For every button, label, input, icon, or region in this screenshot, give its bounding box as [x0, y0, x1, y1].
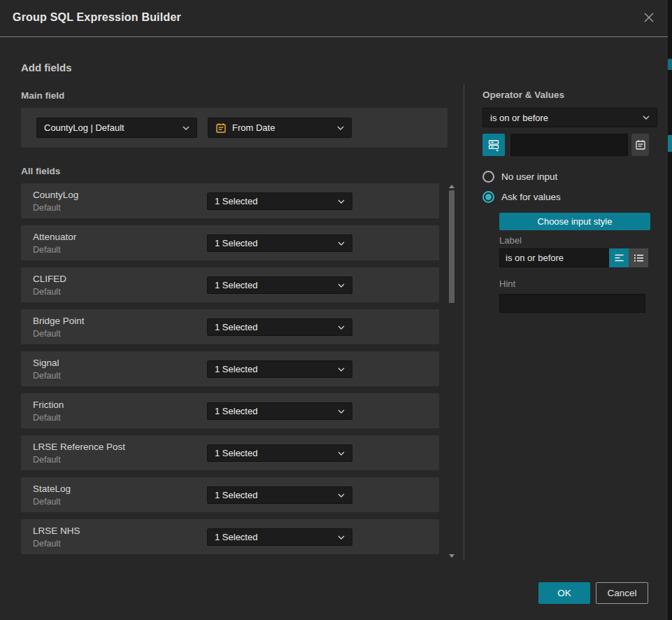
field-selected-value: 1 Selected: [215, 280, 332, 290]
label-input[interactable]: [499, 248, 609, 267]
field-name: Friction: [33, 400, 64, 410]
chevron-down-icon: [338, 535, 345, 540]
field-selected-dropdown[interactable]: 1 Selected: [207, 444, 352, 462]
field-selected-dropdown[interactable]: 1 Selected: [207, 528, 352, 546]
chevron-down-icon: [338, 367, 345, 372]
list-style-button[interactable]: [629, 248, 648, 267]
unique-values-button[interactable]: [482, 134, 505, 156]
operator-values-heading: Operator & Values: [482, 90, 564, 100]
chevron-down-icon: [183, 126, 190, 130]
calendar-icon: [635, 139, 646, 150]
close-icon[interactable]: [643, 11, 655, 24]
field-row: LRSE NHS Default 1 Selected: [21, 519, 439, 554]
field-row: CountyLog Default 1 Selected: [21, 183, 439, 218]
calendar-icon: [215, 122, 227, 134]
field-row: StateLog Default 1 Selected: [21, 477, 439, 512]
field-sublabel: Default: [33, 329, 61, 339]
field-sublabel: Default: [33, 371, 61, 381]
main-field-heading: Main field: [21, 90, 64, 101]
field-row: Bridge Point Default 1 Selected: [21, 309, 439, 344]
label-caption: Label: [499, 235, 522, 246]
radio-selected-icon: [482, 191, 494, 203]
field-selected-dropdown[interactable]: 1 Selected: [207, 360, 352, 378]
ok-button[interactable]: OK: [538, 582, 590, 604]
chevron-down-icon: [338, 241, 345, 246]
field-sublabel: Default: [33, 287, 61, 297]
field-name: LRSE NHS: [33, 526, 80, 536]
field-selected-value: 1 Selected: [215, 322, 332, 332]
background-app-edge: [668, 0, 672, 620]
field-name: CLIFED: [33, 274, 66, 284]
radio-unselected-icon: [482, 171, 494, 183]
field-selected-value: 1 Selected: [215, 490, 332, 500]
field-selected-value: 1 Selected: [215, 196, 332, 206]
main-field-field-select-value: From Date: [232, 122, 331, 133]
field-sublabel: Default: [33, 497, 61, 507]
chevron-down-icon: [643, 115, 650, 120]
align-left-icon: [614, 253, 624, 262]
field-row: CLIFED Default 1 Selected: [21, 267, 439, 302]
dialog-titlebar: Group SQL Expression Builder: [0, 0, 668, 37]
hint-input[interactable]: [499, 294, 645, 313]
all-fields-heading: All fields: [21, 166, 60, 176]
field-sublabel: Default: [33, 245, 61, 255]
field-name: LRSE Reference Post: [33, 442, 125, 452]
field-selected-value: 1 Selected: [215, 448, 332, 458]
chevron-down-icon: [338, 199, 345, 204]
field-selected-value: 1 Selected: [215, 238, 332, 248]
background-app-fragment: [668, 59, 672, 70]
field-selected-dropdown[interactable]: 1 Selected: [207, 486, 352, 504]
field-selected-dropdown[interactable]: 1 Selected: [207, 234, 352, 252]
single-line-style-button[interactable]: [609, 248, 629, 267]
field-selected-value: 1 Selected: [215, 364, 332, 374]
field-selected-value: 1 Selected: [215, 406, 332, 416]
hint-caption: Hint: [499, 279, 515, 289]
field-sublabel: Default: [33, 455, 61, 465]
choose-input-style-button[interactable]: Choose input style: [499, 213, 650, 230]
no-user-input-label: No user input: [501, 171, 557, 182]
chevron-down-icon: [338, 451, 345, 456]
ask-for-values-radio[interactable]: Ask for values: [482, 191, 561, 203]
add-fields-heading: Add fields: [21, 62, 72, 73]
group-sql-expression-builder-dialog: Group SQL Expression Builder Add fields …: [0, 0, 668, 620]
no-user-input-radio[interactable]: No user input: [482, 171, 557, 183]
field-row: Friction Default 1 Selected: [21, 393, 439, 428]
field-name: CountyLog: [33, 190, 78, 200]
chevron-down-icon: [338, 283, 345, 288]
date-picker-button[interactable]: [631, 134, 649, 156]
all-fields-list: CountyLog Default 1 Selected Attenuator …: [21, 183, 439, 561]
unique-values-stack-icon: [487, 139, 501, 152]
field-selected-dropdown[interactable]: 1 Selected: [207, 318, 352, 336]
chevron-down-icon: [337, 126, 344, 130]
field-selected-dropdown[interactable]: 1 Selected: [207, 276, 352, 294]
background-app-fragment: [668, 135, 672, 152]
main-field-field-select[interactable]: From Date: [208, 118, 352, 138]
scrollbar-thumb[interactable]: [449, 190, 455, 303]
field-selected-value: 1 Selected: [215, 532, 332, 542]
field-selected-dropdown[interactable]: 1 Selected: [207, 402, 352, 420]
chevron-down-icon: [338, 325, 345, 330]
chevron-down-icon: [338, 493, 345, 498]
field-name: Attenuator: [33, 232, 76, 242]
field-sublabel: Default: [33, 413, 61, 423]
field-sublabel: Default: [33, 539, 61, 549]
scrollbar-up-arrow-icon[interactable]: [449, 185, 455, 188]
ask-for-values-label: Ask for values: [501, 192, 561, 202]
field-name: Signal: [33, 358, 59, 368]
field-selected-dropdown[interactable]: 1 Selected: [207, 192, 352, 210]
dialog-title: Group SQL Expression Builder: [13, 11, 181, 24]
cancel-button[interactable]: Cancel: [596, 582, 648, 604]
main-field-panel: CountyLog | Default From Date: [21, 108, 448, 148]
field-row: Attenuator Default 1 Selected: [21, 225, 439, 260]
field-name: Bridge Point: [33, 316, 85, 326]
main-field-layer-select-value: CountyLog | Default: [44, 122, 177, 133]
chevron-down-icon: [338, 409, 345, 414]
panel-divider: [464, 84, 464, 561]
operator-select-value: is on or before: [490, 113, 637, 123]
scrollbar-down-arrow-icon[interactable]: [449, 554, 455, 558]
value-input[interactable]: [510, 134, 628, 156]
screen: Group SQL Expression Builder Add fields …: [0, 0, 672, 620]
field-row: LRSE Reference Post Default 1 Selected: [21, 435, 439, 470]
main-field-layer-select[interactable]: CountyLog | Default: [36, 118, 197, 138]
operator-select[interactable]: is on or before: [482, 108, 657, 127]
